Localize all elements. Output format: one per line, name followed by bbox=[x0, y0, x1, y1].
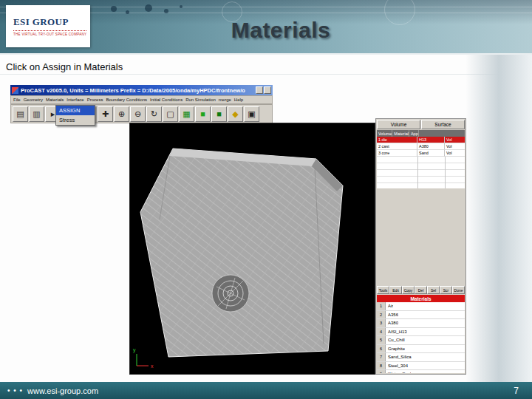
Graphite[interactable]: 6 Graphite bbox=[377, 345, 465, 354]
mesh-display-icon[interactable]: ▦ bbox=[179, 106, 194, 122]
menu-item[interactable]: Help bbox=[234, 98, 243, 102]
Water_Cool[interactable]: 9 Water_Cool bbox=[377, 370, 465, 373]
menu-item[interactable]: Geometry bbox=[24, 98, 43, 102]
assignment-apply-cell: Vol bbox=[445, 150, 465, 157]
material-name: A356 bbox=[386, 311, 398, 319]
panel-tab[interactable]: Tools bbox=[377, 286, 389, 294]
axis-y-label: y bbox=[133, 347, 136, 353]
light-icon[interactable]: ◆ bbox=[228, 106, 243, 122]
surface-display-icon[interactable]: ■ bbox=[195, 106, 211, 122]
material-name: Graphite bbox=[386, 345, 405, 353]
A356[interactable]: 2 A356 bbox=[377, 311, 465, 320]
Cu_Chill[interactable]: 5 Cu_Chill bbox=[377, 336, 465, 345]
assignment-volume-cell: 3 core bbox=[377, 150, 417, 157]
menu-item-stress[interactable]: Stress bbox=[56, 115, 95, 125]
material-name: Steel_304 bbox=[386, 362, 408, 370]
decor-dot bbox=[111, 6, 117, 12]
A380[interactable]: 3 A380 bbox=[377, 319, 465, 328]
menu-item-assign[interactable]: ASSIGN bbox=[56, 106, 95, 115]
toolbar-icon: ◆ bbox=[232, 110, 238, 118]
panel-mode-button[interactable]: Volume bbox=[377, 120, 420, 129]
footer-url: www.esi-group.com bbox=[27, 386, 98, 395]
menu-item[interactable]: Materials bbox=[46, 98, 64, 102]
save-file-icon[interactable]: ▥ bbox=[29, 106, 44, 122]
assignment-volume-cell: 2 cast bbox=[377, 143, 417, 150]
instruction-text: Click on Assign in Materials bbox=[6, 61, 123, 72]
mesh-viewport-svg: x y bbox=[130, 123, 375, 374]
material-database-list: 1 Air 2 A356 3 A380 4 AISI_H13 5 Cu_Chil… bbox=[377, 302, 465, 373]
materials-table: 1 die H13 Vol 2 cast A380 Vol 3 core San… bbox=[377, 137, 465, 188]
page-number: 7 bbox=[514, 386, 519, 396]
page-title: Materials bbox=[96, 18, 466, 43]
materials-table-column: Volume bbox=[377, 130, 392, 137]
menu-item[interactable]: Run Simulation bbox=[185, 98, 216, 102]
toolbar-icon: ⊕ bbox=[118, 110, 125, 118]
toolbar-icon: ▥ bbox=[33, 110, 40, 118]
material-assignment-row[interactable]: 3 core Sand Vol bbox=[377, 150, 465, 157]
toolbar-icon: ▸ bbox=[51, 110, 55, 118]
decor-dot bbox=[126, 10, 129, 14]
toolbar-icon: ■ bbox=[216, 110, 222, 118]
info-icon[interactable]: ▣ bbox=[244, 106, 259, 122]
menu-item[interactable]: Interface bbox=[66, 98, 83, 102]
material-index: 9 bbox=[377, 370, 386, 373]
material-index: 5 bbox=[377, 336, 386, 344]
material-name: A380 bbox=[386, 319, 398, 327]
procast-window: ProCAST v2005.0, Units = Millimeters Pre… bbox=[10, 85, 467, 375]
window-titlebar[interactable]: ProCAST v2005.0, Units = Millimeters Pre… bbox=[10, 85, 273, 95]
panel-tab[interactable]: Sel bbox=[427, 286, 440, 294]
panel-mode-button[interactable]: Surface bbox=[421, 120, 465, 129]
toolbar-icon: ⊖ bbox=[134, 110, 141, 118]
Sand_Silica[interactable]: 7 Sand_Silica bbox=[377, 353, 465, 362]
menu-item[interactable]: Boundary Conditions bbox=[106, 98, 147, 102]
pan-icon[interactable]: ✚ bbox=[98, 106, 113, 122]
material-assignment-row[interactable]: 1 die H13 Vol bbox=[377, 137, 465, 143]
panel-mode-buttons: VolumeSurface bbox=[377, 120, 465, 129]
assignment-material-cell: A380 bbox=[417, 143, 445, 150]
panel-tab[interactable]: Del bbox=[415, 286, 427, 294]
menu-item[interactable]: Initial Conditions bbox=[150, 98, 183, 102]
material-name: Air bbox=[386, 302, 393, 310]
toolbar: ▤ ▥ ▸ ✚ ⊕ ⊖ ↻ ▢ ▦ bbox=[10, 104, 273, 123]
assignment-apply-cell: Vol bbox=[445, 137, 465, 143]
zoom-in-icon[interactable]: ⊕ bbox=[114, 106, 129, 122]
panel-tab[interactable]: Done bbox=[452, 286, 465, 294]
panel-tab[interactable]: Edit bbox=[389, 286, 402, 294]
toolbar-icon: ↻ bbox=[151, 110, 157, 118]
material-index: 1 bbox=[377, 302, 386, 310]
material-database-header: Materials bbox=[377, 295, 465, 302]
esi-logo-text: ESI GROUP THE VIRTUAL TRY-OUT SPACE COMP… bbox=[13, 16, 86, 36]
material-name: Water_Cool bbox=[386, 370, 411, 373]
assignment-material-cell: Sand bbox=[417, 150, 445, 157]
open-file-icon[interactable]: ▤ bbox=[13, 106, 28, 122]
template-rule bbox=[0, 74, 532, 75]
window-title: ProCAST v2005.0, Units = Millimeters Pre… bbox=[21, 87, 245, 94]
panel-tab[interactable]: Copy bbox=[402, 286, 415, 294]
material-name: AISI_H13 bbox=[386, 328, 407, 336]
zoom-out-icon[interactable]: ⊖ bbox=[130, 106, 146, 122]
material-assignment-row[interactable]: 2 cast A380 Vol bbox=[377, 143, 465, 150]
fit-view-icon[interactable]: ▢ bbox=[163, 106, 178, 122]
menu-item[interactable]: merge bbox=[219, 98, 231, 102]
Air[interactable]: 1 Air bbox=[377, 302, 465, 311]
AISI_H13[interactable]: 4 AISI_H13 bbox=[377, 328, 465, 337]
menu-item[interactable]: File bbox=[13, 98, 21, 102]
panel-tab[interactable]: Scr bbox=[440, 286, 452, 294]
assignment-apply-cell: Vol bbox=[445, 143, 465, 150]
volume-display-icon[interactable]: ■ bbox=[211, 106, 227, 122]
window-maximize-button[interactable] bbox=[264, 86, 271, 94]
menu-item[interactable]: Process bbox=[87, 98, 103, 102]
mesh-block bbox=[140, 149, 343, 357]
axis-x-label: x bbox=[151, 364, 154, 369]
toolbar-icon: ■ bbox=[200, 110, 205, 118]
window-minimize-button[interactable] bbox=[256, 86, 263, 94]
material-index: 4 bbox=[377, 328, 386, 336]
assignment-volume-cell: 1 die bbox=[377, 137, 417, 143]
rotate-icon[interactable]: ↻ bbox=[146, 106, 162, 122]
toolbar-icon: ✚ bbox=[102, 110, 109, 118]
slide: ESI GROUP THE VIRTUAL TRY-OUT SPACE COMP… bbox=[0, 0, 532, 399]
Steel_304[interactable]: 8 Steel_304 bbox=[377, 362, 465, 371]
window-buttons bbox=[256, 86, 271, 94]
toolbar-icon: ▦ bbox=[183, 110, 190, 118]
mesh-viewport[interactable]: x y bbox=[129, 123, 375, 375]
